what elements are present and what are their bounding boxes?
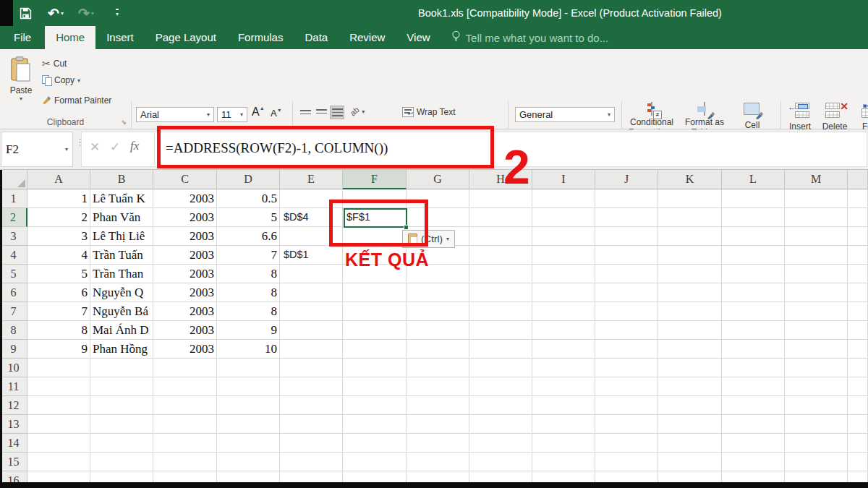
- cell-B11[interactable]: [90, 377, 153, 396]
- cell-partial-4[interactable]: [848, 246, 868, 265]
- cell-A10[interactable]: [27, 359, 90, 377]
- cell-F11[interactable]: [343, 377, 407, 396]
- cell-K11[interactable]: [658, 377, 722, 396]
- cell-partial-2[interactable]: [848, 208, 868, 227]
- cell-B4[interactable]: Trần Tuấn: [90, 246, 153, 265]
- cell-K9[interactable]: [658, 340, 722, 359]
- cell-G13[interactable]: [407, 415, 469, 434]
- cell-G14[interactable]: [407, 434, 469, 453]
- format-painter-button[interactable]: Format Painter: [42, 94, 111, 107]
- row-header-1[interactable]: 1: [0, 189, 27, 208]
- cell-F6[interactable]: [343, 283, 407, 302]
- customize-quick-access-icon[interactable]: ▾: [110, 9, 124, 17]
- cell-D9[interactable]: 10: [217, 340, 280, 359]
- cell-C14[interactable]: [153, 434, 217, 453]
- cut-button[interactable]: ✂ Cut: [42, 58, 67, 69]
- font-family-select[interactable]: Arial▾: [136, 107, 214, 122]
- format-cells-button[interactable]: ⇤ Fo: [853, 103, 868, 132]
- cell-F13[interactable]: [343, 415, 407, 434]
- name-box[interactable]: F2 ▾: [1, 132, 73, 167]
- column-header-C[interactable]: C: [153, 170, 217, 189]
- cell-partial-14[interactable]: [848, 434, 868, 453]
- cell-A13[interactable]: [27, 415, 90, 434]
- enter-icon[interactable]: ✓: [110, 140, 120, 155]
- cell-H14[interactable]: [469, 434, 532, 453]
- wrap-text-button[interactable]: ↩ Wrap Text: [402, 107, 456, 117]
- cell-D15[interactable]: [217, 453, 280, 471]
- cell-L8[interactable]: [722, 321, 785, 340]
- cell-partial-1[interactable]: [848, 189, 868, 208]
- cell-C5[interactable]: 2003: [153, 265, 217, 283]
- cell-M6[interactable]: [785, 283, 848, 302]
- cell-H4[interactable]: [469, 246, 532, 265]
- cell-D14[interactable]: [217, 434, 280, 453]
- cell-I2[interactable]: [532, 208, 595, 227]
- tab-data[interactable]: Data: [294, 26, 339, 49]
- cell-J11[interactable]: [595, 377, 658, 396]
- cell-C10[interactable]: [153, 359, 217, 377]
- cell-E6[interactable]: [280, 283, 343, 302]
- tab-home[interactable]: Home: [45, 26, 95, 49]
- cell-B6[interactable]: Nguyễn Q: [90, 283, 153, 302]
- redo-icon[interactable]: ↷▾: [74, 7, 98, 20]
- column-header-L[interactable]: L: [722, 170, 785, 189]
- row-header-14[interactable]: 14: [0, 434, 27, 453]
- row-header-2[interactable]: 2: [0, 208, 27, 227]
- tab-page-layout[interactable]: Page Layout: [145, 26, 227, 49]
- cell-H12[interactable]: [469, 396, 532, 415]
- name-box-dropdown-icon[interactable]: ▾: [65, 146, 68, 153]
- cell-A2[interactable]: 2: [27, 208, 90, 227]
- cell-G9[interactable]: [407, 340, 469, 359]
- cell-L1[interactable]: [722, 189, 785, 208]
- column-header-D[interactable]: D: [217, 170, 280, 189]
- cell-C2[interactable]: 2003: [153, 208, 217, 227]
- cell-I13[interactable]: [532, 415, 595, 434]
- cell-J14[interactable]: [595, 434, 658, 453]
- cell-L12[interactable]: [722, 396, 785, 415]
- cell-M2[interactable]: [785, 208, 848, 227]
- cell-J4[interactable]: [595, 246, 658, 265]
- cell-K1[interactable]: [658, 189, 722, 208]
- cell-C15[interactable]: [153, 453, 217, 471]
- cell-L9[interactable]: [722, 340, 785, 359]
- tab-file[interactable]: File: [0, 26, 45, 49]
- cell-I4[interactable]: [532, 246, 595, 265]
- cell-L11[interactable]: [722, 377, 785, 396]
- cell-A15[interactable]: [27, 453, 90, 471]
- cell-C8[interactable]: 2003: [153, 321, 217, 340]
- cell-partial-5[interactable]: [848, 265, 868, 283]
- cell-H3[interactable]: [469, 227, 532, 246]
- cell-A8[interactable]: 8: [27, 321, 90, 340]
- cell-L15[interactable]: [722, 453, 785, 471]
- cell-B5[interactable]: Trần Than: [90, 265, 153, 283]
- cell-J5[interactable]: [595, 265, 658, 283]
- cell-H8[interactable]: [469, 321, 532, 340]
- cell-D13[interactable]: [217, 415, 280, 434]
- cell-L3[interactable]: [722, 227, 785, 246]
- cell-partial-11[interactable]: [848, 377, 868, 396]
- cell-L6[interactable]: [722, 283, 785, 302]
- cell-A9[interactable]: 9: [27, 340, 90, 359]
- cell-partial-3[interactable]: [848, 227, 868, 246]
- tab-view[interactable]: View: [396, 26, 441, 49]
- save-icon[interactable]: [16, 7, 35, 20]
- cell-G15[interactable]: [407, 453, 469, 471]
- cell-J6[interactable]: [595, 283, 658, 302]
- cell-F15[interactable]: [343, 453, 407, 471]
- cell-D3[interactable]: 6.6: [217, 227, 280, 246]
- cell-L7[interactable]: [722, 302, 785, 321]
- row-header-5[interactable]: 5: [0, 265, 27, 283]
- cell-C7[interactable]: 2003: [153, 302, 217, 321]
- cell-partial-10[interactable]: [848, 359, 868, 377]
- cell-E8[interactable]: [280, 321, 343, 340]
- cell-G7[interactable]: [407, 302, 469, 321]
- row-header-11[interactable]: 11: [0, 377, 27, 396]
- cell-B10[interactable]: [90, 359, 153, 377]
- cell-B12[interactable]: [90, 396, 153, 415]
- cell-M10[interactable]: [785, 359, 848, 377]
- cell-E11[interactable]: [280, 377, 343, 396]
- cell-M12[interactable]: [785, 396, 848, 415]
- cell-G10[interactable]: [407, 359, 469, 377]
- cell-H13[interactable]: [469, 415, 532, 434]
- cell-J9[interactable]: [595, 340, 658, 359]
